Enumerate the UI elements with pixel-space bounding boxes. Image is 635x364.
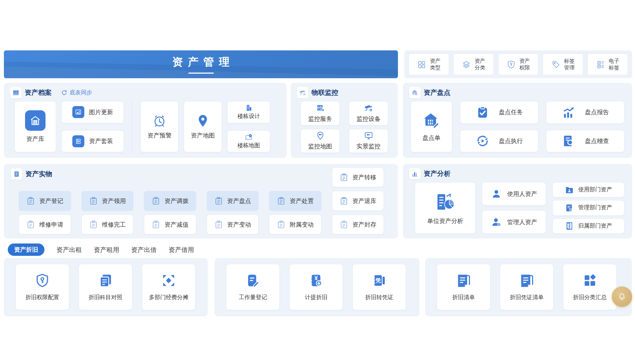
monitor-service-card[interactable]: 监控服务 <box>301 101 340 125</box>
tag-manage-label: 标签管理 <box>564 58 575 71</box>
refresh-icon <box>61 90 67 96</box>
asset-change-label: 资产变动 <box>227 221 251 229</box>
depreciation-permission-card[interactable]: 折旧权限配置 <box>16 264 69 310</box>
repair-done-card[interactable]: 维修完工 <box>81 215 134 234</box>
layers-icon <box>462 60 471 69</box>
chart-arrow-icon <box>562 105 576 119</box>
inventory-audit-label: 盘点稽查 <box>585 137 609 145</box>
building-map-icon <box>245 133 253 141</box>
unit-analysis-card[interactable]: 单位资产分析 <box>415 182 476 234</box>
category-squares-icon <box>582 273 598 288</box>
asset-change-card[interactable]: 资产变动 <box>207 215 259 234</box>
e-tag-button[interactable]: 电子标签 <box>587 54 628 75</box>
building-design-label: 楼栋设计 <box>237 113 260 120</box>
monitor-screen-icon <box>364 131 373 140</box>
depreciation-report-panel: 折旧清单 折旧凭证清单 折旧分类汇总 <box>425 258 632 316</box>
bar-chart-icon <box>409 168 421 179</box>
clipboard-icon <box>26 196 35 205</box>
user-asset-card[interactable]: 使用人资产 <box>482 182 546 205</box>
manager-asset-card[interactable]: 管理人资产 <box>482 210 546 234</box>
multi-dept-share-card[interactable]: 多部门经费分摊 <box>142 264 195 310</box>
belong-dept-asset-card[interactable]: 归属部门资产 <box>552 218 624 234</box>
accrue-depreciation-card[interactable]: ¥ 计提折旧 <box>289 264 343 310</box>
tab-borrow[interactable]: 资产借用 <box>169 246 194 254</box>
quick-actions-toolbar: 资产类型 资产分类 资产权限 标签管理 电子标签 <box>404 50 632 78</box>
attachment-change-card[interactable]: 附属变动 <box>269 215 321 234</box>
depreciation-list-card[interactable]: 折旧清单 <box>437 264 490 310</box>
monitor-map-card[interactable]: 监控地图 <box>301 129 340 153</box>
list-doc-icon <box>456 273 471 288</box>
repair-apply-card[interactable]: 维修申请 <box>19 215 71 234</box>
notepad-pencil-icon <box>245 273 261 288</box>
tab-depreciation[interactable]: 资产折旧 <box>8 243 44 256</box>
category-summary-card[interactable]: 折旧分类汇总 <box>563 264 617 310</box>
depreciation-subject-card[interactable]: 折旧科目对照 <box>79 264 132 310</box>
iot-monitor-body: 监控服务 监控设备 监控地图 实景监控 <box>301 101 388 153</box>
analysis-mid-column: 使用人资产 管理人资产 <box>482 182 546 234</box>
image-icon <box>72 106 84 118</box>
inventory-audit-card[interactable]: 盘点稽查 <box>546 130 624 153</box>
inventory-task-card[interactable]: 盘点任务 <box>460 101 538 124</box>
building-icon <box>245 104 253 112</box>
building-map-card[interactable]: 楼栋地图 <box>227 130 270 153</box>
asset-seal-card[interactable]: 资产封存 <box>332 215 384 234</box>
depreciation-voucher-card[interactable]: 凭 折旧转凭证 <box>352 264 406 310</box>
asset-physical-panel: 资产实物 资产转移 资产登记 资产领用 资产调拨 资产盘点 资产处置 资产 <box>4 164 398 239</box>
iot-monitor-panel: 物联监控 监控服务 监控设备 监控地图 <box>291 83 398 158</box>
asset-allocate-card[interactable]: 资产调拨 <box>144 191 196 211</box>
map-pin-icon <box>196 114 210 128</box>
clipboard-icon <box>151 196 161 205</box>
asset-stocktake-card[interactable]: 资产盘点 <box>207 191 259 211</box>
depreciation-voucher-label: 折旧转凭证 <box>365 294 393 301</box>
inventory-execute-card[interactable]: 盘点执行 <box>460 130 538 153</box>
voucher-list-card[interactable]: 折旧凭证清单 <box>500 264 554 310</box>
asset-dispose-card[interactable]: 资产处置 <box>269 191 321 211</box>
asset-inventory-title: 资产盘点 <box>424 88 450 97</box>
notification-bell-button[interactable] <box>612 286 632 307</box>
tab-rent-out[interactable]: 资产出租 <box>56 246 82 254</box>
live-monitor-label: 实景监控 <box>357 142 381 150</box>
asset-return-card[interactable]: 资产退库 <box>332 191 384 211</box>
asset-transfer-card[interactable]: 资产转移 <box>332 167 384 187</box>
asset-permission-button[interactable]: 资产权限 <box>498 54 539 75</box>
manage-dept-asset-card[interactable]: 管理部门资产 <box>552 200 624 215</box>
bottom-tab-bar: 资产折旧 资产出租 资产租用 资产出借 资产借用 <box>8 243 194 256</box>
image-update-label: 图片更新 <box>89 108 113 116</box>
asset-map-card[interactable]: 资产地图 <box>184 101 222 152</box>
asset-library-card[interactable]: 资产库 <box>14 101 56 152</box>
tab-rent-in[interactable]: 资产租用 <box>94 246 119 254</box>
server-icon <box>316 104 325 113</box>
asset-classify-button[interactable]: 资产分类 <box>453 54 494 75</box>
asset-type-button[interactable]: 资产类型 <box>409 54 449 75</box>
asset-analysis-header: 资产分析 <box>409 168 450 179</box>
workload-register-card[interactable]: 工作量登记 <box>226 264 280 310</box>
monitor-device-card[interactable]: 监控设备 <box>349 101 388 125</box>
live-monitor-card[interactable]: 实景监控 <box>349 129 388 153</box>
page-title: 资产管理 <box>168 55 235 69</box>
asset-impairment-card[interactable]: 资产减值 <box>144 215 196 234</box>
clipboard-icon <box>151 220 161 229</box>
asset-inventory-panel: 资产盘点 盘点单 盘点任务 盘点报告 <box>403 83 632 158</box>
dashed-divider <box>132 102 132 152</box>
table-sync-link[interactable]: 底表同步 <box>61 89 92 97</box>
asset-receive-card[interactable]: 资产领用 <box>81 191 134 211</box>
asset-archive-header: 资产档案 底表同步 <box>10 87 92 98</box>
tag-manage-button[interactable]: 标签管理 <box>543 54 583 75</box>
tab-lend-out[interactable]: 资产出借 <box>131 246 157 254</box>
image-update-card[interactable]: 图片更新 <box>61 101 124 123</box>
building-design-card[interactable]: 楼栋设计 <box>227 101 270 123</box>
inventory-report-card[interactable]: 盘点报告 <box>546 101 624 124</box>
asset-impairment-label: 资产减值 <box>164 221 188 229</box>
shield-key-icon <box>35 273 50 288</box>
analysis-right-column: 使用部门资产 管理部门资产 归属部门资产 <box>552 182 624 234</box>
house-pencil-icon <box>409 87 421 98</box>
clipboard-check-icon <box>476 105 490 119</box>
monitor-service-label: 监控服务 <box>308 115 332 123</box>
asset-allocate-label: 资产调拨 <box>164 197 188 205</box>
asset-kit-card[interactable]: 资产套装 <box>61 130 124 153</box>
asset-stocktake-label: 资产盘点 <box>227 197 251 205</box>
asset-alert-card[interactable]: 资产预警 <box>140 101 179 152</box>
asset-register-card[interactable]: 资产登记 <box>19 191 71 211</box>
use-dept-asset-card[interactable]: 使用部门资产 <box>552 182 624 197</box>
inventory-sheet-card[interactable]: 盘点单 <box>411 101 452 152</box>
